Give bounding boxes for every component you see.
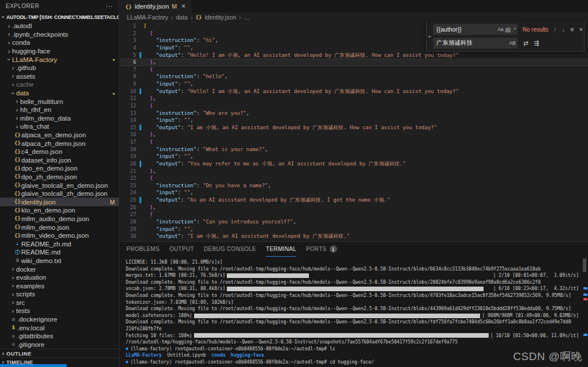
close-find-icon[interactable]: × [579, 26, 582, 33]
code-text: { [136, 66, 153, 74]
terminal-line-11: 210fe288fb7fe [126, 326, 579, 333]
code-text: "instruction": "hi", [136, 37, 218, 44]
panel-tab-output[interactable]: OUTPUT [169, 242, 194, 257]
tree-item-gitignore[interactable]: ◇.gitignore [0, 341, 119, 349]
tree-item-glaive-toolcall-en-demo-json[interactable]: {}glaive_toolcall_en_demo.json [0, 181, 119, 190]
terminal[interactable]: LICENSE: 11.3kB [00:00, 21.6MB/s]s]Downl… [120, 257, 581, 367]
breadcrumb-item-[interactable]: … [244, 14, 250, 21]
toggle-replace-button[interactable]: › [427, 21, 433, 51]
terminal-line-13: /root/autodl-tmp/hugging-face/hub/models… [126, 339, 579, 346]
breadcrumb-item-llama-factory[interactable]: LLaMA-Factory [127, 14, 168, 21]
tree-item-mllm-video-demo-json[interactable]: {}mllm_video_demo.json [0, 231, 119, 240]
tree-item-alpaca-zh-demo-json[interactable]: {}alpaca_zh_demo.json [0, 139, 119, 148]
tree-item-evaluation[interactable]: ›evaluation [0, 273, 119, 282]
tree-item-dpo-en-demo-json[interactable]: {}dpo_en_demo.json [0, 164, 119, 173]
regex-icon[interactable]: .* [512, 26, 516, 32]
line-number: 10 [120, 88, 136, 95]
code-text: "input": "", [136, 226, 194, 233]
panel-tab-terminal[interactable]: TERMINAL [266, 242, 296, 257]
tree-item-examples[interactable]: ›examples [0, 281, 119, 290]
code-editor[interactable]: 1[2 {3 "instruction": "hi",4 "input": ""… [120, 21, 588, 241]
tree-item-ipynb-checkpoints[interactable]: ›.ipynb_checkpoints [0, 30, 119, 39]
tree-item-ultra-chat[interactable]: ›ultra_chat [0, 122, 119, 131]
replace-input[interactable] [436, 40, 508, 47]
json-file-icon: {} [14, 233, 21, 238]
chevron-right-icon: › [10, 299, 16, 306]
breadcrumb-item-identity-json[interactable]: identity.json [204, 14, 236, 21]
terminal-line-5: vocab.json: 2.78MB [00:31, 88.4kB/s]| 6/… [126, 285, 579, 292]
replace-all-icon[interactable]: ⇶ [533, 40, 539, 47]
line-number: 5 [120, 52, 136, 59]
tree-item-mllm-demo-json[interactable]: {}mllm_demo.json [0, 223, 119, 231]
tree-item-conda[interactable]: ›conda [0, 38, 119, 47]
workspace-root-folder[interactable]: › AUTODL-TMP [SSH: CONNECT.NMB1.SEETACLO… [0, 12, 119, 22]
scrollbar-slider[interactable] [583, 258, 586, 272]
tree-item-assets[interactable]: ›assets [0, 72, 119, 81]
tree-item-env-local[interactable]: $.env.local [0, 323, 119, 332]
terminal-line-2: Download complete. Moving file to /root/… [126, 266, 579, 273]
progress-bar [227, 273, 491, 278]
tree-item-label: hugging-face [12, 48, 51, 55]
previous-match-icon[interactable]: ↑ [554, 26, 557, 33]
tree-item-hh-rlhf-en[interactable]: ›hh_rlhf_en [0, 106, 119, 114]
tree-item-llama-factory[interactable]: ›LLaMA-Factory● [0, 55, 119, 64]
code-line-27: 27 { [120, 211, 588, 218]
tree-item-dataset-info-json[interactable]: {}dataset_info.json [0, 156, 119, 165]
tree-item-dockerignore[interactable]: ≋.dockerignore [0, 315, 119, 324]
tree-item-c4-demo-json[interactable]: {}c4_demo.json [0, 148, 119, 156]
tree-item-tests[interactable]: ›tests [0, 307, 119, 315]
terminal-text: Fetching 10 files: 100%| [126, 333, 192, 339]
code-text: }, [136, 95, 156, 102]
tree-item-belle-multiturn[interactable]: ›belle_multiturn [0, 97, 119, 106]
find-input[interactable] [436, 26, 496, 33]
terminal-text: Download complete. Moving file to /root/… [126, 306, 571, 312]
tree-item-docker[interactable]: ›docker [0, 265, 119, 273]
code-text: "input": "", [136, 80, 194, 88]
tree-item-data[interactable]: ›data● [0, 89, 119, 98]
code-text: { [136, 138, 153, 146]
next-match-icon[interactable]: ↓ [562, 26, 566, 33]
tab-bar: {} identity.json M × [120, 0, 588, 13]
tree-item-readme-md[interactable]: ⓘREADME.md [0, 248, 119, 257]
tree-item-wiki-demo-txt[interactable]: ≡wiki_demo.txt [0, 257, 119, 265]
tree-item-github[interactable]: ›.github [0, 64, 119, 72]
tree-item-cache[interactable]: ›cache [0, 80, 119, 89]
tree-item-mllm-audio-demo-json[interactable]: {}mllm_audio_demo.json [0, 215, 119, 223]
tree-item-kto-en-demo-json[interactable]: {}kto_en_demo.json [0, 206, 119, 215]
tree-item-identity-json[interactable]: {}identity.jsonM [0, 198, 119, 206]
replace-icon[interactable]: ⇄ [523, 40, 528, 47]
panel-tab-debug-console[interactable]: DEBUG CONSOLE [204, 242, 256, 257]
explorer-actions-icon[interactable]: ⋯ [106, 2, 113, 10]
tree-item-autodl[interactable]: ›.autodl [0, 22, 119, 30]
tab-identity-json[interactable]: {} identity.json M × [120, 0, 191, 13]
match-case-icon[interactable]: Aa [497, 26, 503, 32]
terminal-line-14: ●(llama-factory) root@autodl-container-e… [126, 346, 579, 353]
whole-word-icon[interactable]: ab [505, 26, 510, 32]
editor-area: {} identity.json M × LLaMA-Factory›data›… [120, 0, 588, 367]
tree-item-alpaca-en-demo-json[interactable]: {}alpaca_en_demo.json [0, 131, 119, 140]
tree-item-src[interactable]: ›src [0, 299, 119, 307]
progress-fill [194, 314, 481, 318]
tree-item-dpo-zh-demo-json[interactable]: {}dpo_zh_demo.json [0, 173, 119, 181]
tree-item-mllm-demo-data[interactable]: ›mllm_demo_data [0, 114, 119, 123]
find-in-selection-icon[interactable]: ≡ [570, 26, 574, 33]
preserve-case-icon[interactable]: AB [509, 40, 516, 46]
panel-tab-ports[interactable]: PORTS1 [306, 242, 337, 257]
sidebar-section-outline[interactable]: ›OUTLINE [0, 349, 119, 357]
tree-item-gitattributes[interactable]: ◇.gitattributes [0, 332, 119, 341]
tree-item-glaive-toolcall-zh-demo-json[interactable]: {}glaive_toolcall_zh_demo.json [0, 190, 119, 198]
command-decoration-icon: ● [126, 359, 128, 366]
breadcrumb-item-data[interactable]: data [176, 14, 187, 21]
tree-item-scripts[interactable]: ›scripts [0, 290, 119, 299]
tree-item-label: conda [12, 39, 30, 46]
tab-label: identity.json [134, 3, 169, 10]
json-file-icon: {} [196, 14, 202, 20]
terminal-line-7: tokenizer.json: 7.03MB [01:09, 102kB/s] [126, 299, 579, 306]
panel-tab-problems[interactable]: PROBLEMS [126, 242, 160, 257]
tree-item-readme-zh-md[interactable]: ↓README_zh.md [0, 239, 119, 248]
terminal-text: 210fe288fb7fe [126, 326, 162, 333]
code-text: "output": "Hello! I am 小旭, an AI assista… [136, 88, 459, 95]
close-icon[interactable]: × [181, 2, 185, 10]
tree-item-hugging-face[interactable]: ›hugging-face [0, 47, 119, 56]
json-file-icon: {} [14, 133, 21, 138]
